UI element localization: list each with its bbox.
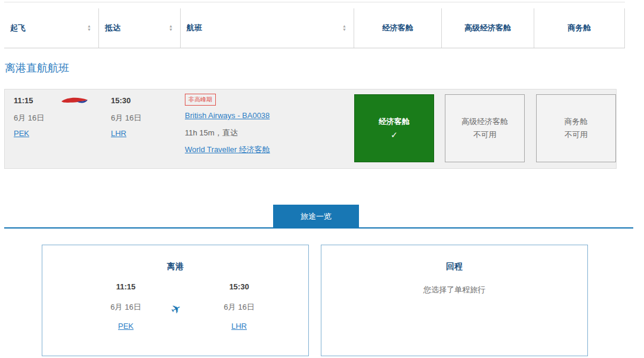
check-icon: ✓: [391, 128, 398, 141]
sort-icon[interactable]: ▲ ▼: [169, 24, 173, 32]
economy-cabin-selected[interactable]: 经济客舱 ✓: [354, 94, 434, 162]
flight-results-page: 起飞 ▲ ▼ 抵达 ▲ ▼ 航班 ▲ ▼ 经济客舱 高级经济客舱: [0, 0, 644, 358]
top-divider: [4, 2, 625, 2]
column-header-premium-economy: 高级经济客舱: [441, 8, 534, 48]
column-header-label: 抵达: [105, 23, 120, 33]
column-header-economy: 经济客舱: [354, 8, 441, 48]
return-summary-title: 回程: [321, 261, 587, 272]
cabin-brand-link[interactable]: World Traveller 经济客舱: [185, 145, 270, 154]
arrival-date: 6月 16日: [111, 113, 141, 124]
column-header-label: 经济客舱: [382, 23, 413, 33]
sort-icon[interactable]: ▲ ▼: [87, 24, 91, 32]
column-header-arrival[interactable]: 抵达 ▲ ▼: [98, 8, 180, 48]
journey-divider-line: [4, 227, 633, 229]
destination-airport-link[interactable]: LHR: [231, 322, 247, 331]
journey-overview-button[interactable]: 旅途一览: [273, 205, 359, 228]
cabin-name: 商务舱: [565, 115, 588, 128]
premium-economy-unavailable: 高级经济客舱 不可用: [445, 94, 525, 162]
origin-date: 6月 16日: [90, 302, 162, 313]
flight-duration: 11h 15m，直达: [185, 128, 238, 138]
sort-icon[interactable]: ▲ ▼: [342, 24, 346, 32]
return-summary-card: 回程 您选择了单程旅行: [321, 245, 588, 356]
departure-summary-title: 离港: [42, 261, 308, 272]
cabin-status: 不可用: [473, 128, 497, 141]
off-peak-badge: 非高峰期: [185, 94, 216, 106]
cabin-status: 不可用: [565, 128, 588, 141]
departure-date: 6月 16日: [14, 113, 44, 124]
british-airways-speedmarque-icon: [61, 96, 88, 105]
results-table-header: 起飞 ▲ ▼ 抵达 ▲ ▼ 航班 ▲ ▼ 经济客舱 高级经济客舱: [4, 8, 625, 48]
column-header-business: 商务舱: [534, 8, 625, 48]
page-title: 离港直航航班: [5, 61, 69, 75]
column-header-flight[interactable]: 航班 ▲ ▼: [180, 8, 354, 48]
destination-time: 15:30: [203, 282, 275, 291]
cabin-name: 经济客舱: [379, 115, 410, 128]
column-header-label: 航班: [187, 23, 202, 33]
column-header-label: 高级经济客舱: [465, 23, 511, 33]
origin-time: 11:15: [90, 282, 162, 291]
origin-airport-link[interactable]: PEK: [118, 322, 134, 331]
business-unavailable: 商务舱 不可用: [536, 94, 616, 162]
arrival-airport-link[interactable]: LHR: [111, 129, 126, 138]
flight-number-link[interactable]: British Airways - BA0038: [185, 111, 270, 120]
column-header-departure[interactable]: 起飞 ▲ ▼: [4, 8, 98, 48]
column-header-label: 起飞: [10, 23, 26, 33]
flight-row: 11:15 6月 16日 PEK 15:30 6月 16日 LHR 非高峰期 B…: [4, 89, 617, 169]
column-header-label: 商务舱: [568, 23, 591, 33]
departure-time: 11:15: [14, 96, 33, 105]
cabin-name: 高级经济客舱: [462, 115, 508, 128]
arrival-time: 15:30: [111, 96, 131, 105]
departure-summary-card: 离港 11:15 6月 16日 PEK ✈ 15:30 6月 16日 LHR: [42, 245, 309, 356]
airplane-icon: ✈: [168, 300, 184, 317]
one-way-message: 您选择了单程旅行: [321, 285, 587, 295]
departure-airport-link[interactable]: PEK: [14, 129, 29, 138]
destination-date: 6月 16日: [203, 302, 275, 313]
